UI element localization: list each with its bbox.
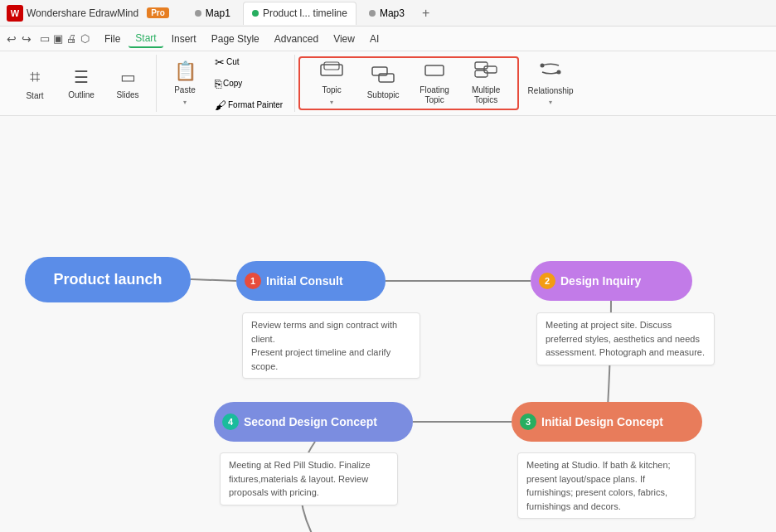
cut-button[interactable]: ✂ Cut bbox=[210, 53, 288, 71]
undo-button[interactable]: ↩ bbox=[7, 32, 17, 46]
node-1[interactable]: 1 Initial Consult bbox=[236, 261, 386, 301]
slides-label: Slides bbox=[116, 90, 138, 100]
svg-rect-4 bbox=[425, 65, 444, 75]
subtopic-button[interactable]: Subtopic bbox=[358, 56, 408, 111]
floating-topic-button[interactable]: Floating Topic bbox=[410, 56, 459, 111]
svg-rect-7 bbox=[484, 66, 497, 73]
format-painter-button[interactable]: 🖌 Format Painter bbox=[210, 96, 288, 114]
cut-icon: ✂ bbox=[215, 56, 225, 69]
mindmap-icon: ⌗ bbox=[30, 66, 40, 88]
tab-label-map1: Map1 bbox=[206, 7, 230, 19]
outline-button[interactable]: ☰ Outline bbox=[60, 56, 103, 111]
menu-advanced[interactable]: Advanced bbox=[268, 31, 325, 47]
badge-3: 3 bbox=[520, 414, 536, 430]
export-button[interactable]: ⬡ bbox=[80, 32, 90, 45]
menu-view[interactable]: View bbox=[327, 31, 361, 47]
slides-icon: ▭ bbox=[120, 67, 136, 87]
canvas: Product launch 1 Initial Consult Review … bbox=[0, 116, 776, 532]
tab-dot-map3 bbox=[369, 10, 376, 17]
slides-button[interactable]: ▭ Slides bbox=[106, 56, 149, 111]
node-4-label: Second Design Concept bbox=[244, 415, 377, 428]
relationship-icon bbox=[539, 59, 562, 83]
print-button[interactable]: 🖨 bbox=[66, 32, 77, 45]
subtopic-icon bbox=[371, 66, 395, 87]
topic-button[interactable]: Topic ▾ bbox=[307, 56, 356, 111]
menu-insert[interactable]: Insert bbox=[165, 31, 203, 47]
relationship-button[interactable]: Relationship ▾ bbox=[526, 55, 575, 109]
note-4: Meeting at Red Pill Studio. Finalize fix… bbox=[220, 452, 398, 505]
node-3-label: Initial Design Concept bbox=[541, 415, 663, 428]
node-2-label: Design Inquiry bbox=[560, 274, 641, 288]
subtopic-label: Subtopic bbox=[367, 90, 400, 100]
paste-button[interactable]: 📋 Paste ▾ bbox=[163, 56, 206, 111]
node-4[interactable]: 4 Second Design Concept bbox=[214, 402, 413, 442]
node-root-label: Product launch bbox=[53, 271, 162, 288]
node-1-label: Initial Consult bbox=[266, 274, 343, 288]
svg-line-10 bbox=[191, 279, 236, 281]
paste-label: Paste bbox=[174, 85, 196, 95]
multiple-topics-label: Multiple Topics bbox=[461, 85, 511, 105]
badge-4: 4 bbox=[222, 414, 239, 430]
floating-topic-label: Floating Topic bbox=[410, 85, 459, 105]
layout-button[interactable]: ▣ bbox=[53, 32, 63, 45]
badge-1: 1 bbox=[245, 273, 261, 289]
toolbar: ⌗ Start ☰ Outline ▭ Slides 📋 Paste ▾ ✂ C… bbox=[0, 51, 776, 116]
note-3-text: Meeting at Studio. If bath & kitchen; pr… bbox=[526, 460, 671, 511]
svg-rect-1 bbox=[324, 62, 339, 70]
note-2-text: Meeting at project site. Discuss preferr… bbox=[546, 320, 705, 357]
svg-point-8 bbox=[541, 63, 545, 67]
new-tab-button[interactable]: + bbox=[417, 6, 434, 21]
multiple-topics-button[interactable]: Multiple Topics bbox=[461, 56, 511, 111]
paste-icon: 📋 bbox=[174, 60, 196, 82]
tab-map3[interactable]: Map3 bbox=[360, 2, 414, 25]
relationship-label: Relationship bbox=[528, 86, 574, 95]
copy-button[interactable]: ⎘ Copy bbox=[210, 75, 288, 93]
pro-badge: Pro bbox=[147, 7, 169, 18]
note-2: Meeting at project site. Discuss preferr… bbox=[536, 312, 715, 365]
page-button[interactable]: ▭ bbox=[40, 32, 50, 45]
floating-topic-icon bbox=[423, 61, 446, 82]
note-1: Review terms and sign contract with clie… bbox=[242, 312, 420, 379]
multiple-topics-icon bbox=[474, 61, 497, 82]
menu-ai[interactable]: AI bbox=[363, 31, 386, 47]
topic-icon bbox=[320, 61, 343, 82]
cut-label: Cut bbox=[226, 57, 240, 66]
menu-start[interactable]: Start bbox=[129, 30, 162, 48]
tab-dot-product bbox=[252, 10, 259, 17]
tab-label-map3: Map3 bbox=[380, 7, 405, 19]
note-4-text: Meeting at Red Pill Studio. Finalize fix… bbox=[229, 460, 371, 497]
note-1-text: Review terms and sign contract with clie… bbox=[251, 320, 397, 371]
format-painter-label: Format Painter bbox=[228, 100, 283, 109]
outline-label: Outline bbox=[68, 90, 95, 100]
copy-icon: ⎘ bbox=[215, 77, 221, 90]
svg-point-9 bbox=[557, 70, 561, 74]
badge-2: 2 bbox=[539, 273, 555, 289]
copy-label: Copy bbox=[223, 79, 242, 88]
svg-rect-5 bbox=[475, 62, 487, 69]
app-name: Wondershare EdrawMind bbox=[27, 7, 138, 19]
topic-label: Topic bbox=[322, 85, 341, 95]
relationship-caret: ▾ bbox=[549, 99, 552, 106]
tab-dot-map1 bbox=[195, 10, 201, 17]
app-logo: W bbox=[7, 5, 23, 22]
mindmap-button[interactable]: ⌗ Start bbox=[13, 56, 56, 111]
node-3[interactable]: 3 Initial Design Concept bbox=[512, 402, 702, 442]
topic-caret: ▾ bbox=[330, 99, 333, 106]
menu-page-style[interactable]: Page Style bbox=[205, 31, 266, 47]
tab-product-timeline[interactable]: Product l... timeline bbox=[243, 2, 356, 25]
format-painter-icon: 🖌 bbox=[215, 99, 226, 112]
tab-map1[interactable]: Map1 bbox=[186, 2, 240, 25]
node-root[interactable]: Product launch bbox=[25, 257, 191, 302]
node-2[interactable]: 2 Design Inquiry bbox=[531, 261, 692, 301]
svg-rect-6 bbox=[475, 70, 487, 77]
redo-button[interactable]: ↪ bbox=[22, 32, 32, 46]
tab-label-product: Product l... timeline bbox=[263, 7, 347, 19]
menu-bar: ↩ ↪ ▭ ▣ 🖨 ⬡ File Start Insert Page Style… bbox=[0, 27, 776, 51]
title-bar: W Wondershare EdrawMind Pro Map1 Product… bbox=[0, 0, 776, 27]
toolbar-group-clipboard: 📋 Paste ▾ ✂ Cut ⎘ Copy 🖌 Format Painter bbox=[157, 55, 295, 112]
toolbar-group-topics: Topic ▾ Subtopic Floating Topic Multiple… bbox=[298, 56, 519, 110]
outline-icon: ☰ bbox=[74, 67, 89, 87]
mindmap-label: Start bbox=[26, 91, 43, 101]
note-3: Meeting at Studio. If bath & kitchen; pr… bbox=[517, 452, 696, 519]
menu-file[interactable]: File bbox=[98, 31, 127, 47]
